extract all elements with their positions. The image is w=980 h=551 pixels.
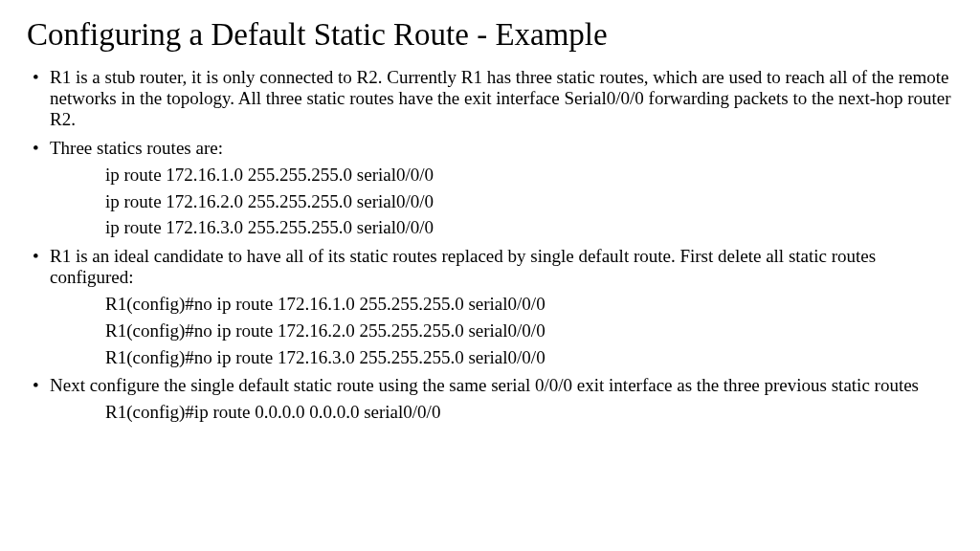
slide-content: R1 is a stub router, it is only connecte… — [27, 67, 953, 423]
code-line: ip route 172.16.3.0 255.255.255.0 serial… — [105, 217, 953, 238]
code-line: R1(config)#no ip route 172.16.3.0 255.25… — [105, 347, 953, 368]
bullet-item: Next configure the single default static… — [50, 375, 953, 423]
bullet-item: R1 is a stub router, it is only connecte… — [50, 67, 953, 130]
code-line: R1(config)#no ip route 172.16.2.0 255.25… — [105, 320, 953, 342]
code-line: ip route 172.16.1.0 255.255.255.0 serial… — [105, 165, 953, 186]
bullet-list: R1 is a stub router, it is only connecte… — [27, 67, 953, 423]
code-line: ip route 172.16.2.0 255.255.255.0 serial… — [105, 191, 953, 212]
bullet-item: R1 is an ideal candidate to have all of … — [50, 246, 953, 367]
slide-title: Configuring a Default Static Route - Exa… — [27, 17, 953, 52]
bullet-text: Three statics routes are: — [50, 138, 223, 158]
bullet-text: Next configure the single default static… — [50, 375, 919, 395]
code-block: R1(config)#no ip route 172.16.1.0 255.25… — [50, 294, 953, 368]
code-line: R1(config)#no ip route 172.16.1.0 255.25… — [105, 294, 953, 315]
code-line: R1(config)#ip route 0.0.0.0 0.0.0.0 seri… — [105, 402, 953, 423]
code-block: R1(config)#ip route 0.0.0.0 0.0.0.0 seri… — [50, 402, 953, 423]
bullet-text: R1 is an ideal candidate to have all of … — [50, 246, 876, 287]
code-block: ip route 172.16.1.0 255.255.255.0 serial… — [50, 165, 953, 239]
bullet-item: Three statics routes are: ip route 172.1… — [50, 138, 953, 238]
